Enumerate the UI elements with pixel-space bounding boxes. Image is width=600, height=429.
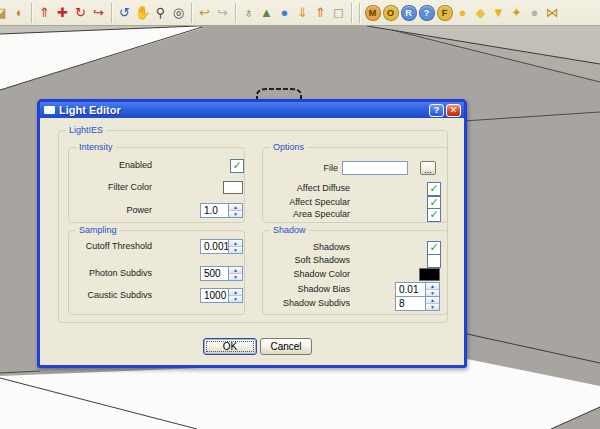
rectangle-light-icon[interactable]: ◆ [471,2,490,24]
affect-specular-checkmark: ✓ [429,197,438,208]
dome-light-glyph: ● [531,5,539,20]
zoom-extents-icon[interactable]: ◎ [169,2,188,24]
add-location-icon[interactable]: ♁ [239,2,258,24]
shadow-color-swatch[interactable] [419,268,440,281]
rotate-glyph: ↻ [75,5,86,20]
toolbar-separator [191,3,193,23]
filter-color-swatch[interactable] [223,181,243,194]
area-specular-checkbox[interactable]: ✓ [427,208,441,222]
cutoff-up-icon[interactable]: ▲ [229,240,242,247]
push-pull-icon[interactable]: ⇑ [35,2,54,24]
spot-light-icon[interactable]: ▼ [489,2,508,24]
group-options: Options [262,147,448,223]
ies-light-icon[interactable]: ✦ [507,2,526,24]
photon-subdivs-spinner: ▲▼ [200,266,243,281]
shadow-subdivs-up-icon[interactable]: ▲ [426,297,439,304]
paint-bucket-icon[interactable]: ◖ [9,2,28,24]
pan-icon[interactable]: ✋ [133,2,152,24]
shadow-color-label: Shadow Color [293,269,350,279]
dialog-titlebar[interactable]: Light Editor ? ✕ [40,102,464,118]
help-button[interactable]: ? [429,104,444,117]
vray-options-glyph: O [383,5,399,21]
eraser-glyph: ◪ [0,5,7,20]
enabled-label: Enabled [119,160,152,170]
vray-help-icon[interactable]: ? [417,2,436,24]
pan-glyph: ✋ [134,5,150,20]
zoom-extents-glyph: ◎ [173,5,184,20]
next-view-icon[interactable]: ↪ [213,2,232,24]
toolbar-separator [359,3,361,23]
follow-me-glyph: ↪ [93,5,104,20]
window-icon [44,106,55,114]
shadow-bias-up-icon[interactable]: ▲ [426,283,439,290]
vray-frame-buffer-glyph: F [437,5,453,21]
dome-light-icon[interactable]: ● [525,2,544,24]
power-down-icon[interactable]: ▼ [229,211,242,217]
toolbar-separator [235,3,237,23]
shadow-subdivs-down-icon[interactable]: ▼ [426,304,439,310]
toggle-terrain-icon[interactable]: ▲ [257,2,276,24]
affect-diffuse-checkmark: ✓ [429,183,438,194]
cutoff-threshold-input[interactable] [201,240,228,253]
vray-options-icon[interactable]: O [381,2,400,24]
affect-diffuse-checkbox[interactable]: ✓ [427,182,441,196]
vray-frame-buffer-icon[interactable]: F [435,2,454,24]
caustic-up-icon[interactable]: ▲ [229,289,242,296]
ies-light-glyph: ✦ [511,5,522,20]
cancel-button[interactable]: Cancel [260,338,312,355]
group-intensity-label: Intensity [76,142,116,152]
caustic-subdivs-input[interactable] [201,289,228,302]
share-model-icon[interactable]: ⇑ [311,2,330,24]
power-spinner: ▲▼ [200,203,243,218]
group-options-label: Options [270,142,307,152]
orbit-icon[interactable]: ↺ [115,2,134,24]
google-earth-icon[interactable]: ● [275,2,294,24]
shadow-bias-spinner: ▲▼ [395,282,440,297]
shadow-subdivs-input[interactable] [396,297,425,310]
rotate-icon[interactable]: ↻ [71,2,90,24]
shadow-subdivs-spinner: ▲▼ [395,296,440,311]
group-lighties-label: LightIES [66,125,106,135]
cutoff-down-icon[interactable]: ▼ [229,247,242,253]
caustic-subdivs-spinner: ▲▼ [200,288,243,303]
soft-shadows-label: Soft Shadows [294,255,350,265]
vray-material-editor-icon[interactable]: M [363,2,382,24]
photon-up-icon[interactable]: ▲ [229,267,242,274]
previous-view-icon[interactable]: ↩ [195,2,214,24]
caustic-down-icon[interactable]: ▼ [229,296,242,302]
soft-shadows-checkbox[interactable] [427,254,441,268]
move-icon[interactable]: ✚ [53,2,72,24]
dialog-body: Light Editor ? ✕ LightIES Intensity Enab… [40,102,464,365]
power-up-icon[interactable]: ▲ [229,204,242,211]
caustic-subdivs-label: Caustic Subdivs [87,290,152,300]
group-shadow-label: Shadow [270,225,309,235]
affect-specular-label: Affect Specular [289,197,350,207]
google-earth-glyph: ● [281,5,289,20]
filter-color-label: Filter Color [108,182,152,192]
omni-light-icon[interactable]: ● [453,2,472,24]
browse-button[interactable]: ... [420,161,436,175]
photon-subdivs-input[interactable] [201,267,228,280]
share-component-icon[interactable]: ◻ [329,2,348,24]
infinite-plane-icon[interactable]: ⋈ [543,2,562,24]
toolbar: ◪◖⇑✚↻↪↺✋⚲◎↩↪♁▲●⇓⇑◻MOR?F●◆▼✦●⋈ [0,0,600,26]
zoom-icon[interactable]: ⚲ [151,2,170,24]
ok-button[interactable]: OK [203,338,257,355]
vray-render-icon[interactable]: R [399,2,418,24]
shadow-bias-input[interactable] [396,283,425,296]
area-specular-label: Area Specular [293,209,350,219]
cutoff-threshold-label: Cutoff Threshold [86,241,152,251]
power-input[interactable] [201,204,228,217]
shadows-checkbox[interactable]: ✓ [427,241,441,255]
follow-me-icon[interactable]: ↪ [89,2,108,24]
close-icon[interactable]: ✕ [446,104,461,117]
omni-light-glyph: ● [459,5,467,20]
file-input[interactable] [342,161,408,175]
photon-down-icon[interactable]: ▼ [229,274,242,280]
get-models-icon[interactable]: ⇓ [293,2,312,24]
toolbar-separator [111,3,113,23]
orbit-glyph: ↺ [119,5,130,20]
photon-subdivs-label: Photon Subdivs [89,268,152,278]
enabled-checkbox[interactable]: ✓ [230,159,244,173]
share-model-glyph: ⇑ [315,5,326,20]
